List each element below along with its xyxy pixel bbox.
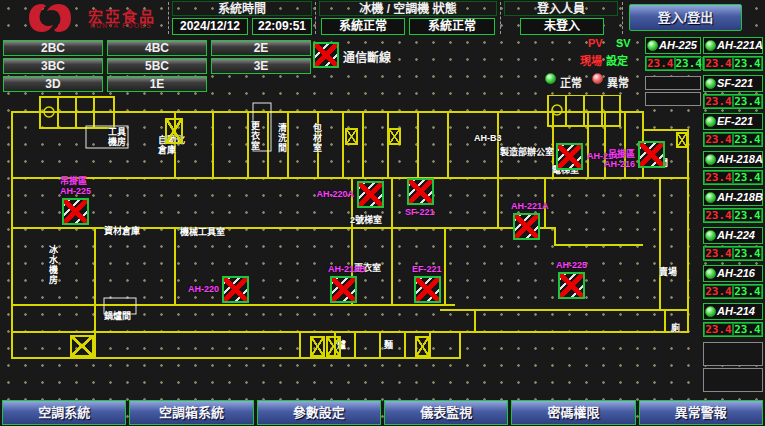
login-logout-button[interactable]: 登入/登出 <box>629 4 742 31</box>
equipment-comm-loss-icon-ah-218b[interactable] <box>330 276 357 303</box>
unit-pv-value: 23.4 <box>704 95 733 108</box>
empty-slot <box>645 92 701 106</box>
floor-button-1e[interactable]: 1E <box>107 76 207 92</box>
unit-ah-218b[interactable]: AH-218B <box>703 189 763 206</box>
equipment-comm-loss-icon-ef-221[interactable] <box>414 276 441 303</box>
unit-status-led-icon <box>705 78 716 89</box>
unit-values-ah-218b: 23.423.4 <box>703 208 763 223</box>
nav-button-空調箱系統[interactable]: 空調箱系統 <box>129 400 253 425</box>
system-time-value: 22:09:51 <box>252 18 312 35</box>
floor-button-3e[interactable]: 3E <box>211 58 311 74</box>
unit-values-ah-225: 23.423.4 <box>645 56 701 71</box>
equipment-comm-loss-icon-ah-225[interactable] <box>558 272 585 299</box>
room-label: 冰水機房 <box>48 245 58 285</box>
unit-ah-216[interactable]: AH-216 <box>703 265 763 282</box>
comm-loss-legend-label: 通信斷線 <box>343 48 391 65</box>
unit-ah-218a[interactable]: AH-218A <box>703 151 763 168</box>
unit-sf-221[interactable]: SF-221 <box>703 75 763 92</box>
unit-sv-value: 23.4 <box>733 323 762 336</box>
unit-values-sf-221: 23.423.4 <box>703 94 763 109</box>
unit-status-led-icon <box>705 230 716 241</box>
divider <box>622 2 623 34</box>
equipment-label-ah-220a: AH-220A <box>316 189 354 199</box>
divider <box>500 2 501 34</box>
unit-name-label: AH-221A <box>717 39 763 51</box>
unit-ah-221a[interactable]: AH-221A <box>703 37 763 54</box>
unit-ef-221[interactable]: EF-221 <box>703 113 763 130</box>
room-label: 資材倉庫 <box>104 226 140 236</box>
equipment-comm-loss-icon-ah-220[interactable] <box>222 276 249 303</box>
sv-legend-label: SV <box>616 37 631 49</box>
abnormal-legend-label: 異常 <box>607 74 629 90</box>
door-shaft-icon <box>310 336 325 357</box>
unit-values-ah-214: 23.423.4 <box>703 322 763 337</box>
unit-status-led-icon <box>705 116 716 127</box>
empty-slot <box>645 76 701 90</box>
abnormal-led-icon <box>592 73 603 84</box>
nav-button-異常警報[interactable]: 異常警報 <box>639 400 763 425</box>
hunya-logo-icon <box>28 3 84 33</box>
bottom-nav: 空調系統空調箱系統參數設定儀表監視密碼權限異常警報 <box>0 399 765 426</box>
room-label: 更衣室 <box>250 121 260 151</box>
hmi-screen: 宏亞食品 HUNYA FOODS 系統時間 2024/12/12 22:09:5… <box>0 0 765 426</box>
floor-button-group: 2BC4BC2E3BC5BC3E3D1E <box>3 40 313 94</box>
unit-name-label: AH-224 <box>717 229 755 241</box>
unit-pv-value: 23.4 <box>704 133 733 146</box>
empty-slot <box>703 342 763 366</box>
unit-values-ah-218a: 23.423.4 <box>703 170 763 185</box>
floor-button-4bc[interactable]: 4BC <box>107 40 207 56</box>
unit-ah-224[interactable]: AH-224 <box>703 227 763 244</box>
unit-name-label: SF-221 <box>717 77 753 89</box>
room-label: 2號梯室 <box>350 215 382 225</box>
room-label: 麵 <box>384 340 393 350</box>
unit-status-led-icon <box>705 154 716 165</box>
unit-name-label: AH-216 <box>717 267 755 279</box>
unit-sv-value: 23.4 <box>733 247 762 260</box>
equipment-comm-loss-icon-sf-221[interactable] <box>407 178 434 205</box>
unit-name-label: AH-218A <box>717 153 763 165</box>
equipment-comm-loss-icon-ah-225[interactable] <box>62 198 89 225</box>
equipment-comm-loss-icon-ah-221a[interactable] <box>513 213 540 240</box>
pv-legend-label: PV <box>588 37 603 49</box>
unit-values-ah-216: 23.423.4 <box>703 284 763 299</box>
floor-button-3bc[interactable]: 3BC <box>3 58 103 74</box>
unit-status-led-icon <box>705 306 716 317</box>
unit-sv-value: 23.4 <box>733 95 762 108</box>
room-label: 製造部辦公室 <box>500 147 554 157</box>
door-shaft-icon <box>345 128 358 145</box>
floor-button-3d[interactable]: 3D <box>3 76 103 92</box>
unit-name-label: AH-214 <box>717 305 755 317</box>
unit-name-label: EF-221 <box>717 115 753 127</box>
nav-button-密碼權限[interactable]: 密碼權限 <box>511 400 635 425</box>
machine-status-label: 冰機 / 空調機 狀態 <box>319 1 497 16</box>
door-shaft-icon <box>165 118 183 144</box>
floor-button-2bc[interactable]: 2BC <box>3 40 103 56</box>
floor-button-2e[interactable]: 2E <box>211 40 311 56</box>
unit-ah-225[interactable]: AH-225 <box>645 37 701 54</box>
equipment-label-sf-221: SF-221 <box>405 207 435 217</box>
ahu-status: 系統正常 <box>409 18 495 35</box>
pv-sub-label: 現場 <box>580 52 602 68</box>
equipment-comm-loss-icon-ah-220a[interactable] <box>357 181 384 208</box>
comm-loss-legend-icon <box>313 42 339 68</box>
divider <box>168 2 169 34</box>
equipment-comm-loss-icon-ah-214[interactable] <box>556 143 583 170</box>
floor-button-5bc[interactable]: 5BC <box>107 58 207 74</box>
equipment-label-ef-221: EF-221 <box>412 264 442 274</box>
top-bar: 宏亞食品 HUNYA FOODS 系統時間 2024/12/12 22:09:5… <box>0 0 765 36</box>
nav-button-儀表監視[interactable]: 儀表監視 <box>384 400 508 425</box>
nav-button-空調系統[interactable]: 空調系統 <box>2 400 126 425</box>
unit-status-led-icon <box>647 40 658 51</box>
unit-values-ah-221a: 23.423.4 <box>703 56 763 71</box>
nav-button-參數設定[interactable]: 參數設定 <box>257 400 381 425</box>
door-shaft-icon <box>388 128 401 145</box>
equipment-label-ah-225: AH-225 <box>556 260 587 270</box>
equipment-label-ah-225: 吊掛區 AH-225 <box>60 176 91 196</box>
unit-ah-214[interactable]: AH-214 <box>703 303 763 320</box>
unit-pv-value: 23.4 <box>704 323 733 336</box>
door-shaft-icon <box>415 336 430 357</box>
unit-sv-value: 23.4 <box>675 57 704 70</box>
room-label: 機械工具室 <box>180 227 225 237</box>
unit-sv-value: 23.4 <box>733 285 762 298</box>
brand-name-en: HUNYA FOODS <box>90 22 152 29</box>
